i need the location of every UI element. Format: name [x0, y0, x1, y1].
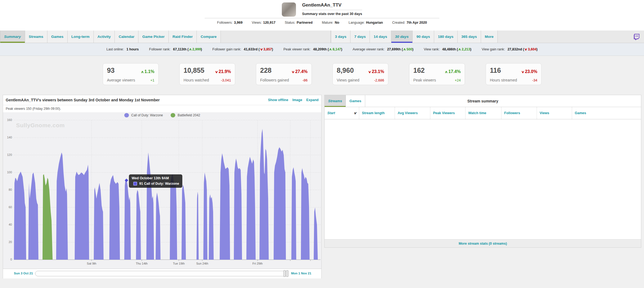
range-tab-7-days[interactable]: 7 days	[350, 31, 370, 43]
area-segment[interactable]	[314, 207, 318, 260]
range-tab-90-days[interactable]: 90 days	[413, 31, 434, 43]
stat-label: Views gained	[337, 78, 368, 85]
viewers-chart-panel: GentlemAAn_TTV's viewers between Sunday …	[3, 95, 322, 278]
range-handle-right[interactable]	[286, 270, 288, 277]
chart-legend: Call of Duty: WarzoneBattlefield 2042	[3, 113, 321, 117]
column-header-views[interactable]: Views	[537, 107, 572, 119]
tooltip-date: Wed October 13th 9AM	[132, 176, 179, 180]
stat-card-followers-gained: 228∨27.4%Followers gained-86	[256, 63, 312, 85]
meta-status: Status:Partnered	[285, 21, 313, 25]
area-segment[interactable]	[301, 168, 310, 260]
down-icon: ∨	[292, 70, 295, 74]
legend-item-call-of-duty-warzone: Call of Duty: Warzone	[124, 113, 163, 117]
range-tabs: 3 days7 days14 days30 days90 days180 day…	[331, 31, 498, 43]
area-segment[interactable]	[146, 152, 154, 260]
column-header-games[interactable]: Games	[572, 107, 641, 119]
area-segment[interactable]	[234, 159, 242, 260]
y-axis-label: 160	[3, 118, 12, 122]
viewers-area-chart[interactable]: Call of Duty: WarzoneBattlefield 2042 Su…	[3, 112, 321, 269]
tab-streams[interactable]: Streams	[25, 31, 47, 43]
stat-label: Peak viewers	[413, 78, 445, 85]
column-header-stream-length[interactable]: Stream length	[359, 107, 395, 119]
stat-delta: +1	[141, 78, 154, 85]
peak-viewers-note: Peak viewers 150 (Friday 29th 09:00).	[3, 105, 321, 112]
area-segment[interactable]	[196, 192, 199, 260]
y-axis-label: 40	[3, 223, 12, 226]
down-icon: ∨	[260, 47, 263, 51]
area-segment[interactable]	[182, 185, 186, 260]
tab-games[interactable]: Games	[47, 31, 68, 43]
area-segment[interactable]	[156, 193, 161, 260]
area-segment[interactable]	[259, 129, 269, 260]
y-axis-label: 80	[3, 188, 12, 191]
stat-percent-change: ∨27.4%	[291, 69, 307, 74]
column-header-start[interactable]: Start∨	[325, 107, 359, 119]
more-stream-stats-link[interactable]: More stream stats (0 streams)	[459, 242, 507, 245]
area-segment[interactable]	[75, 165, 89, 260]
expand-link[interactable]: Expand	[306, 98, 319, 102]
chart-plot[interactable]	[14, 119, 321, 262]
area-segment[interactable]	[43, 174, 53, 260]
stream-panel-tab-streams[interactable]: Streams	[325, 95, 346, 107]
y-axis-label: 0	[3, 258, 12, 261]
rank-follower-gain-rank: Follower gain rank: 41,633rd (∨3,857)	[212, 47, 273, 51]
stream-panel-tab-games[interactable]: Games	[346, 95, 365, 107]
tab-game-picker[interactable]: Game Picker	[138, 31, 169, 43]
area-segment[interactable]	[136, 190, 141, 260]
y-axis-label: 140	[3, 136, 12, 139]
column-header-avg-viewers[interactable]: Avg Viewers	[395, 107, 430, 119]
area-segment[interactable]	[220, 153, 230, 260]
y-axis-label: 60	[3, 205, 12, 209]
area-segment[interactable]	[124, 178, 131, 260]
y-axis-label: 120	[3, 153, 12, 156]
twitch-icon[interactable]	[633, 33, 640, 40]
stat-percent-change: ∨23.0%	[521, 69, 537, 74]
tab-summary[interactable]: Summary	[0, 31, 25, 43]
range-tab-180-days[interactable]: 180 days	[434, 31, 458, 43]
chart-title: GentlemAAn_TTV's viewers between Sunday …	[6, 98, 268, 102]
range-tab-3-days[interactable]: 3 days	[331, 31, 350, 43]
range-tab-30-days[interactable]: 30 days	[391, 31, 413, 43]
stat-card-hours-watched: 10,855∨21.9%Hours watched-3,041	[179, 63, 235, 85]
tab-calendar[interactable]: Calendar	[115, 31, 138, 43]
range-tab-more[interactable]: More	[481, 31, 498, 43]
stream-summary-title: Stream summary	[325, 95, 641, 107]
main-content: 93∧1.1%Average viewers+110,855∨21.9%Hour…	[0, 56, 644, 288]
tab-compare[interactable]: Compare	[197, 31, 221, 43]
main-tabs: SummaryStreamsGamesLong-termActivityCale…	[0, 31, 221, 43]
range-scrollbar-track[interactable]	[35, 271, 288, 276]
area-segment[interactable]	[14, 172, 26, 260]
column-header-peak-viewers[interactable]: Peak Viewers	[430, 107, 465, 119]
area-segment[interactable]	[291, 167, 296, 260]
area-segment[interactable]	[246, 157, 256, 260]
tab-raid-finder[interactable]: Raid Finder	[169, 31, 197, 43]
column-header-watch-time[interactable]: Watch time	[465, 107, 501, 119]
page-title: GentlemAAn_TTV	[302, 2, 362, 10]
area-segment[interactable]	[109, 175, 120, 260]
up-icon: ∧	[458, 47, 461, 51]
area-segment[interactable]	[209, 194, 214, 260]
range-handle-left[interactable]	[283, 270, 286, 277]
area-segment[interactable]	[203, 172, 207, 260]
area-segment[interactable]	[28, 172, 38, 260]
tab-long-term[interactable]: Long-term	[68, 31, 94, 43]
area-segment[interactable]	[94, 183, 104, 260]
stat-delta: -3,041	[215, 78, 231, 85]
stat-label: Hours streamed	[490, 78, 521, 85]
main-tab-strip: SummaryStreamsGamesLong-termActivityCale…	[0, 31, 644, 43]
legend-dot-icon	[124, 113, 129, 117]
show-offline-link[interactable]: Show offline	[268, 98, 288, 102]
area-segment[interactable]	[56, 152, 68, 260]
rank-last-online: Last online: 1 hours	[106, 47, 139, 51]
stat-value: 162	[413, 67, 445, 77]
rank-view-gain-rank: View gain rank: 27,832nd (∨3,604)	[482, 47, 537, 51]
rank-average-viewer-rank: Average viewer rank: 27,699th (∧500)	[353, 47, 413, 51]
stat-card-average-viewers: 93∧1.1%Average viewers+1	[103, 63, 159, 85]
area-segment[interactable]	[274, 147, 286, 260]
stat-delta: -86	[291, 78, 307, 85]
range-tab-365-days[interactable]: 365 days	[458, 31, 481, 43]
range-tab-14-days[interactable]: 14 days	[370, 31, 391, 43]
column-header-followers[interactable]: Followers	[501, 107, 537, 119]
image-link[interactable]: Image	[292, 98, 302, 102]
tab-activity[interactable]: Activity	[94, 31, 115, 43]
